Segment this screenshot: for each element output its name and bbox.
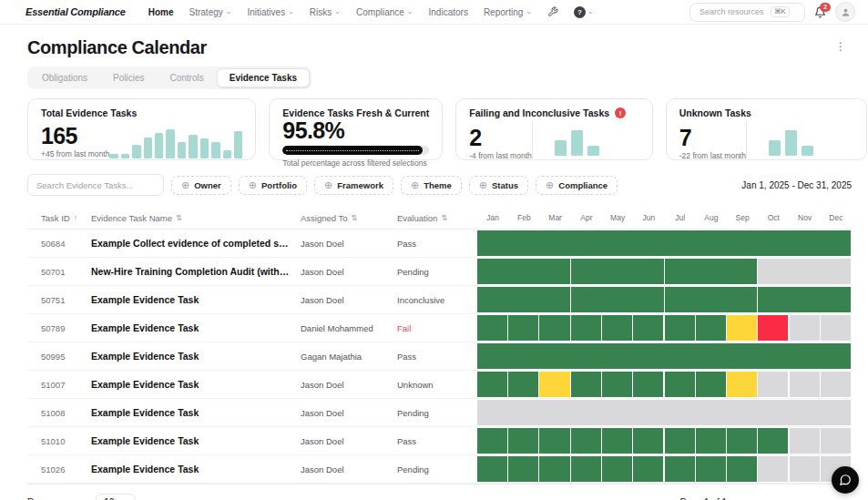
gantt-segment[interactable] [758,287,851,312]
gantt-segment[interactable] [477,315,507,341]
tools-button[interactable] [547,6,558,17]
gantt-segment[interactable] [539,456,569,482]
gantt-segment[interactable] [633,456,663,482]
filter-pill[interactable]: ⊕ Theme [401,176,462,195]
gantt-segment[interactable] [477,343,851,369]
task-name-cell[interactable]: Example Evidence Task [91,464,301,474]
gantt-segment[interactable] [602,372,632,397]
gantt-segment[interactable] [539,315,569,341]
gantt-segment[interactable] [477,287,570,312]
gantt-segment[interactable] [727,428,757,454]
gantt-segment[interactable] [571,287,664,312]
table-row[interactable]: 51008 Example Evidence Task Jason Doel P… [27,399,852,427]
gantt-segment[interactable] [790,315,820,341]
gantt-segment[interactable] [696,372,726,397]
help-button[interactable]: ? ⌄ [574,6,594,18]
column-header-task-id[interactable]: Task ID ↑ [27,213,91,223]
gantt-segment[interactable] [508,428,538,454]
gantt-segment[interactable] [821,428,851,454]
gantt-segment[interactable] [758,372,788,397]
gantt-segment[interactable] [571,428,601,454]
gantt-segment[interactable] [508,315,538,341]
filter-pill[interactable]: ⊕ Portfolio [239,176,307,195]
task-name-cell[interactable]: Example Evidence Task [91,435,301,446]
gantt-segment[interactable] [696,428,726,454]
gantt-segment[interactable] [477,456,507,482]
gantt-segment[interactable] [727,372,757,397]
gantt-segment[interactable] [790,428,820,454]
gantt-segment[interactable] [665,372,695,397]
gantt-segment[interactable] [477,400,851,425]
gantt-segment[interactable] [539,372,569,397]
app-logo[interactable]: Essential Compliance [26,6,126,17]
page-options-button[interactable]: ⋮ [830,38,852,55]
global-search-input[interactable] [698,6,765,17]
task-name-cell[interactable]: Example Collect evidence of completed se… [91,238,301,249]
chat-widget-button[interactable] [832,466,859,494]
gantt-segment[interactable] [602,315,632,341]
tab[interactable]: Policies [100,68,157,87]
task-name-cell[interactable]: Example Evidence Task [91,322,301,333]
table-row[interactable]: 51010 Example Evidence Task Jason Doel P… [27,427,852,455]
gantt-segment[interactable] [477,428,507,454]
column-header-task-name[interactable]: Evidence Task Name ⇅ [91,213,301,223]
gantt-segment[interactable] [477,259,570,284]
nav-menu-item[interactable]: Strategy ⌄ [189,7,232,17]
gantt-segment[interactable] [821,315,851,341]
task-name-cell[interactable]: Example Evidence Task [91,407,301,418]
task-name-cell[interactable]: Example Evidence Task [91,379,301,390]
notifications-button[interactable]: 2 [814,6,826,18]
nav-menu-item[interactable]: Home ⌄ [148,7,174,17]
prev-page-button[interactable]: ‹ [788,493,806,500]
gantt-segment[interactable] [696,456,726,482]
gantt-segment[interactable] [477,372,507,397]
rows-per-page-select[interactable]: 10 ⌄ [96,494,136,500]
gantt-segment[interactable] [633,428,663,454]
next-page-button[interactable]: › [811,493,829,500]
column-header-evaluation[interactable]: Evaluation ⇅ [397,213,477,223]
global-search[interactable]: ⌘K [689,3,805,22]
gantt-segment[interactable] [508,372,538,397]
tab[interactable]: Controls [158,68,217,87]
gantt-segment[interactable] [477,230,851,256]
table-row[interactable]: 50751 Example Evidence Task Jason Doel I… [27,286,852,314]
gantt-segment[interactable] [571,372,601,397]
filter-pill[interactable]: ⊕ Framework [314,176,393,195]
nav-menu-item[interactable]: Initiatives ⌄ [247,7,293,17]
nav-menu-item[interactable]: Compliance ⌄ [356,7,414,17]
date-range-label[interactable]: Jan 1, 2025 - Dec 31, 2025 [741,180,852,190]
gantt-segment[interactable] [633,315,663,341]
nav-menu-item[interactable]: Reporting ⌄ [484,7,532,17]
task-name-cell[interactable]: Example Evidence Task [91,294,301,305]
table-row[interactable]: 50995 Example Evidence Task Gagan Majath… [27,342,852,371]
filter-pill[interactable]: ⊕ Compliance [536,176,618,195]
table-row[interactable]: 51026 Example Evidence Task Jason Doel P… [27,455,852,484]
table-row[interactable]: 50789 Example Evidence Task Daniel Moham… [27,314,852,342]
table-row[interactable]: 50701 New-Hire Training Completion Audit… [27,258,852,286]
task-name-cell[interactable]: Example Evidence Task [91,351,301,362]
tab[interactable]: Evidence Tasks [217,68,310,87]
filter-pill[interactable]: ⊕ Status [469,176,528,195]
tab[interactable]: Obligations [29,68,100,87]
gantt-segment[interactable] [665,259,758,284]
gantt-segment[interactable] [727,456,757,482]
task-name-cell[interactable]: New-Hire Training Completion Audit (with… [91,266,301,277]
gantt-segment[interactable] [665,287,758,312]
gantt-segment[interactable] [790,372,820,397]
gantt-segment[interactable] [539,428,569,454]
table-row[interactable]: 50684 Example Collect evidence of comple… [27,230,852,258]
nav-menu-item[interactable]: Indicators ⌄ [429,7,468,17]
gantt-segment[interactable] [758,315,788,341]
gantt-segment[interactable] [696,315,726,341]
gantt-segment[interactable] [633,372,663,397]
gantt-segment[interactable] [758,259,851,284]
table-row[interactable]: 51007 Example Evidence Task Jason Doel U… [27,371,852,399]
gantt-segment[interactable] [508,456,538,482]
gantt-segment[interactable] [790,456,820,482]
filter-pill[interactable]: ⊕ Owner [171,176,231,195]
gantt-segment[interactable] [665,315,695,341]
gantt-segment[interactable] [571,259,664,284]
last-page-button[interactable]: » [833,493,852,500]
gantt-segment[interactable] [602,456,632,482]
gantt-segment[interactable] [602,428,632,454]
